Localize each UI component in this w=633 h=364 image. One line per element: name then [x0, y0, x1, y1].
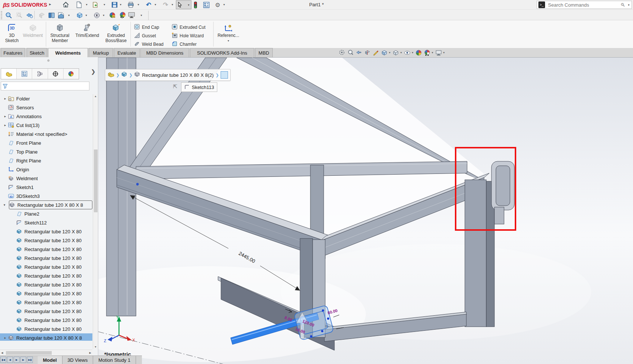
expand-arrow-icon[interactable]: ▸ — [2, 114, 8, 118]
search-input[interactable] — [547, 2, 618, 8]
tree-item-weldment-9[interactable]: Weldment — [0, 174, 92, 183]
hud-edit-appearance-icon[interactable] — [415, 49, 422, 56]
visibility-dropdown-icon[interactable]: ▼ — [102, 14, 105, 17]
tab-solidworks-addins[interactable]: SOLIDWORKS Add-Ins — [190, 48, 254, 57]
hud-scene-dropdown-icon[interactable]: ▼ — [431, 51, 434, 54]
hud-display-dropdown-icon[interactable]: ▼ — [400, 51, 402, 54]
ribbon-end-cap-button[interactable]: End Cap — [134, 23, 159, 31]
tree-item-sensors-1[interactable]: Sensors — [0, 103, 92, 112]
panel-splitter-handle[interactable] — [47, 59, 50, 62]
ribbon-chamfer-button[interactable]: Chamfer — [171, 40, 197, 48]
hud-zoom-fit-icon[interactable] — [338, 49, 346, 56]
selection-breadcrumb[interactable]: ❯ ❯ Rectangular tube 120 X 80 X 8(2) ❯ — [105, 69, 231, 81]
tree-filter-box[interactable] — [1, 82, 89, 90]
view-settings-monitor-icon[interactable] — [127, 11, 136, 19]
hud-section-view-icon[interactable] — [364, 49, 371, 56]
monitor-dropdown-icon[interactable]: ▼ — [140, 14, 143, 17]
ribbon-weld-bead-button[interactable]: Weld Bead — [134, 40, 163, 48]
tree-item-top-plane-6[interactable]: Top Plane — [0, 147, 92, 156]
zoom-fit-icon[interactable] — [4, 11, 13, 19]
tree-item-rectangular-tube-120-x-80-x-8-12[interactable]: ▾Rectangular tube 120 X 80 X 8 — [9, 200, 92, 209]
edit-appearance-icon[interactable] — [109, 11, 117, 19]
ribbon-extruded-boss-button[interactable]: Extruded Boss/Base — [103, 21, 129, 47]
tree-item-sketch1-10[interactable]: Sketch1 — [0, 183, 92, 192]
tree-item-material-not-specified-4[interactable]: Material <not specified> — [0, 130, 92, 138]
tab-display-manager[interactable] — [64, 69, 79, 79]
tree-item-rectangular-tube-120-x-80-23[interactable]: Rectangular tube 120 X 80 — [0, 298, 92, 307]
tab-sketch[interactable]: Sketch — [27, 48, 47, 57]
tree-item-rectangular-tube-120-x-80-16[interactable]: Rectangular tube 120 X 80 — [0, 236, 92, 245]
forward-end-button[interactable]: ▶▮ — [27, 357, 33, 363]
hud-display-style-icon[interactable] — [392, 49, 399, 56]
ribbon-gusset-button[interactable]: Gusset — [134, 32, 156, 40]
tab-dimxpert-manager[interactable] — [48, 69, 64, 79]
view-cube-icon[interactable] — [75, 11, 84, 19]
scrollbar-thumb[interactable] — [94, 150, 98, 212]
hud-apply-scene-icon[interactable] — [423, 49, 431, 56]
tab-markup[interactable]: Markup — [89, 48, 113, 57]
sketch113-callout[interactable]: Sketch113 — [181, 82, 217, 92]
drawing-sheet-icon[interactable] — [57, 11, 65, 19]
section-view-icon[interactable] — [38, 11, 46, 19]
tab-evaluate[interactable]: Evaluate — [114, 48, 140, 57]
view-cube-dropdown-icon[interactable]: ▼ — [85, 14, 88, 17]
play-button[interactable]: ▶ — [14, 357, 20, 363]
tree-item-rectangular-tube-120-x-80-25[interactable]: Rectangular tube 120 X 80 — [0, 316, 92, 324]
hud-view-orientation-icon[interactable] — [381, 49, 388, 56]
tab-motion-study-1[interactable]: Motion Study 1 — [93, 356, 136, 364]
ribbon-hole-wizard-button[interactable]: Hole Wizard — [171, 32, 204, 40]
panel-expand-icon[interactable]: ❯ — [91, 68, 96, 75]
tab-features[interactable]: Features — [1, 48, 25, 57]
scroll-right-icon[interactable]: ▶ — [89, 351, 91, 354]
tree-item-right-plane-7[interactable]: Right Plane — [0, 156, 92, 165]
tree-item-annotations-2[interactable]: ▸AAnnotations — [0, 112, 92, 121]
scrollbar-thumb[interactable] — [6, 351, 52, 355]
tree-item-3dsketch3-11[interactable]: 3D3DSketch3 — [0, 192, 92, 200]
feature-cube-icon[interactable] — [134, 71, 140, 79]
expand-arrow-icon[interactable]: ▸ — [2, 336, 8, 340]
ribbon-structural-member-button[interactable]: Structural Member — [48, 21, 72, 47]
rewind-start-button[interactable]: ▮◀ — [0, 357, 6, 363]
step-back-button[interactable]: ◀ — [7, 357, 13, 363]
tree-item-rectangular-tube-120-x-80-x-8-27[interactable]: ▸Rectangular tube 120 X 80 X 8 — [0, 333, 92, 341]
ribbon-reference-geometry-button[interactable]: Referenc... ▾ — [215, 21, 241, 47]
hud-hideshow-dropdown-icon[interactable]: ▼ — [411, 51, 414, 54]
toolbar-drag-handle[interactable] — [1, 11, 2, 19]
filter-input[interactable] — [9, 83, 88, 89]
search-dropdown-icon[interactable]: ▼ — [627, 4, 630, 6]
previous-view-icon[interactable] — [25, 11, 34, 19]
tree-item-rectangular-tube-120-x-80-19[interactable]: Rectangular tube 120 X 80 — [0, 262, 92, 271]
sketch-point[interactable] — [136, 183, 139, 186]
active-sketch-chip-icon[interactable] — [221, 71, 228, 79]
tab-feature-manager[interactable] — [1, 69, 17, 79]
visibility-eye-icon[interactable] — [93, 11, 101, 19]
tree-item-rectangular-tube-120-x-80-17[interactable]: Rectangular tube 120 X 80 — [0, 245, 92, 254]
hud-settings-dropdown-icon[interactable]: ▼ — [443, 51, 445, 54]
ribbon-3d-sketch-button[interactable]: 3D 3D Sketch — [2, 21, 21, 47]
tab-mbd-dimensions[interactable]: MBD Dimensions — [140, 48, 189, 57]
tree-item-rectangular-tube-120-x-80-15[interactable]: Rectangular tube 120 X 80 — [0, 227, 92, 236]
apply-scene-icon[interactable] — [119, 11, 127, 19]
part-icon[interactable] — [108, 71, 114, 79]
ribbon-weldment-button[interactable]: Weldment — [22, 21, 44, 47]
expand-arrow-icon[interactable]: ▸ — [2, 97, 8, 100]
hud-view-settings-icon[interactable] — [435, 49, 442, 56]
tree-item-sketch112-14[interactable]: Sketch112 — [0, 218, 92, 227]
tree-item-rectangular-tube-120-x-80-18[interactable]: Rectangular tube 120 X 80 — [0, 254, 92, 262]
hud-orientation-dropdown-icon[interactable]: ▼ — [388, 51, 391, 54]
zoom-area-icon[interactable] — [15, 11, 23, 19]
tab-mbd[interactable]: MBD — [255, 48, 273, 57]
tree-item-rectangular-tube-120-x-80-22[interactable]: Rectangular tube 120 X 80 — [0, 289, 92, 298]
tree-horizontal-scrollbar[interactable]: ◀ ▶ — [0, 350, 92, 356]
scroll-down-icon[interactable]: ▼ — [94, 346, 97, 348]
tree-vertical-scrollbar[interactable]: ▲ ▼ — [93, 94, 98, 349]
tab-3d-views[interactable]: 3D Views — [62, 356, 93, 364]
tab-configuration-manager[interactable] — [32, 69, 48, 79]
hud-previous-view-icon[interactable] — [355, 49, 363, 56]
ribbon-extruded-cut-button[interactable]: Extruded Cut — [171, 23, 205, 31]
expand-arrow-icon[interactable]: ▸ — [2, 123, 8, 127]
tree-item-rectangular-tube-120-x-80-21[interactable]: Rectangular tube 120 X 80 — [0, 280, 92, 289]
tree-item-origin-8[interactable]: Origin — [0, 165, 92, 174]
hud-zoom-area-icon[interactable] — [347, 49, 354, 56]
tree-item-folder-0[interactable]: ▸Folder — [0, 94, 92, 103]
